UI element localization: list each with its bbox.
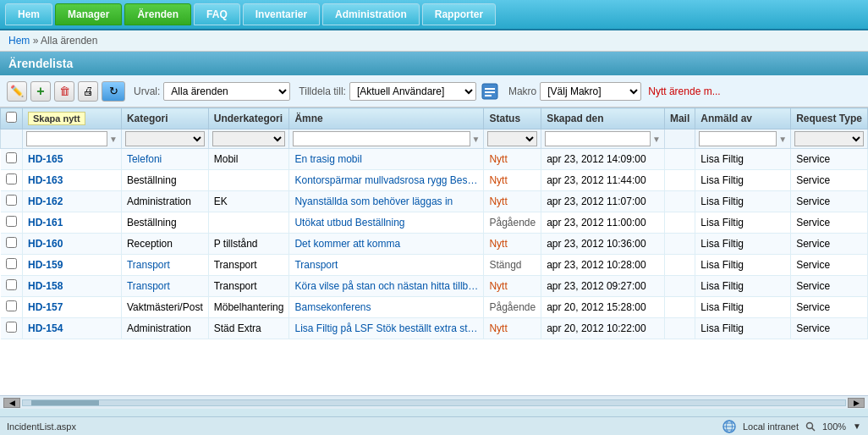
filter-anmald-funnel[interactable]: ▼ (778, 135, 787, 144)
filter-amne-input[interactable] (293, 131, 470, 146)
scroll-left-btn[interactable]: ◀ (3, 398, 20, 408)
row-amne[interactable]: Lisa Filtig på LSF Stök beställt extra s… (289, 318, 484, 339)
nav-tab-inventarier[interactable]: Inventarier (243, 3, 320, 25)
filter-amne-funnel[interactable]: ▼ (472, 135, 481, 144)
filter-request-type-select[interactable] (794, 131, 864, 146)
row-checkbox-6[interactable] (6, 279, 17, 290)
filter-anmald-input[interactable] (699, 131, 777, 146)
scroll-right-btn[interactable]: ▶ (848, 398, 865, 408)
row-kategori[interactable]: Administration (121, 318, 208, 339)
edit-button[interactable]: ✏️ (7, 81, 27, 102)
row-anmald: Lisa Filtig (695, 276, 791, 297)
filter-id-input[interactable] (26, 131, 107, 146)
table-row: HD-165 Telefoni Mobil En trasig mobil Ny… (1, 149, 868, 170)
row-request-type: Service (791, 318, 868, 339)
breadcrumb-home[interactable]: Hem (8, 35, 30, 47)
row-id[interactable]: HD-162 (23, 191, 122, 212)
nav-tab-hem[interactable]: Hem (5, 3, 52, 25)
row-anmald: Lisa Filtig (695, 170, 791, 191)
makro-select[interactable]: [Välj Makro] (540, 82, 641, 101)
row-checkbox-4[interactable] (6, 237, 17, 248)
row-kategori[interactable]: Administration (121, 191, 208, 212)
row-underkategori (208, 170, 289, 191)
nytt-arende-link[interactable]: Nytt ärende m... (648, 85, 720, 97)
row-kategori[interactable]: Reception (121, 234, 208, 255)
filter-skapad-funnel[interactable]: ▼ (652, 135, 661, 144)
row-request-type: Service (791, 212, 868, 234)
row-status: Nytt (484, 276, 541, 297)
row-id[interactable]: HD-165 (23, 149, 122, 170)
urval-select[interactable]: Alla ärenden (163, 82, 290, 101)
svg-rect-3 (485, 95, 492, 96)
row-amne[interactable]: En trasig mobil (289, 149, 484, 170)
row-kategori[interactable]: Beställning (121, 212, 208, 234)
row-kategori[interactable]: Telefoni (121, 149, 208, 170)
row-id[interactable]: HD-157 (23, 297, 122, 318)
nav-tab-faq[interactable]: FAQ (194, 3, 240, 25)
table-filter-row: ▼ ▼ (1, 129, 868, 149)
row-checkbox-1[interactable] (6, 173, 17, 184)
delete-button[interactable]: 🗑 (54, 81, 74, 102)
nav-tab-arenden[interactable]: Ärenden (124, 3, 191, 25)
col-amne: Ämne (289, 108, 484, 129)
row-checkbox-cell (1, 255, 23, 276)
row-checkbox-5[interactable] (6, 258, 17, 269)
row-checkbox-7[interactable] (6, 300, 17, 311)
makro-label: Makro (508, 85, 536, 97)
row-id[interactable]: HD-161 (23, 212, 122, 234)
select-all-checkbox[interactable] (6, 112, 17, 123)
row-kategori[interactable]: Vaktmästeri/Post (121, 297, 208, 318)
print-button[interactable]: 🖨 (78, 81, 98, 102)
status-left: IncidentList.aspx (7, 421, 76, 432)
row-skapad: apr 20, 2012 10:22:00 (541, 318, 665, 339)
filter-status-select[interactable] (487, 131, 537, 146)
skapa-nytt-btn[interactable]: Skapa nytt (28, 112, 85, 125)
col-checkbox (1, 108, 23, 129)
add-button[interactable]: + (30, 81, 51, 102)
col-mail: Mail (664, 108, 695, 129)
row-amne[interactable]: Transport (289, 255, 484, 276)
hscroll-thumb[interactable] (31, 400, 99, 405)
row-amne[interactable]: Det kommer att komma (289, 234, 484, 255)
row-skapad: apr 23, 2012 11:07:00 (541, 191, 665, 212)
filter-kategori-select[interactable] (125, 131, 205, 146)
filter-underkategori (208, 129, 289, 149)
macro-icon[interactable] (480, 81, 500, 102)
row-id[interactable]: HD-159 (23, 255, 122, 276)
nav-tab-manager[interactable]: Manager (55, 3, 122, 25)
row-status: Pågående (484, 212, 541, 234)
table-row: HD-157 Vaktmästeri/Post Möbelhantering B… (1, 297, 868, 318)
nav-tab-rapporter[interactable]: Rapporter (422, 3, 496, 25)
row-checkbox-cell (1, 212, 23, 234)
row-request-type: Service (791, 297, 868, 318)
row-amne[interactable]: Utökat utbud Beställning (289, 212, 484, 234)
row-id[interactable]: HD-154 (23, 318, 122, 339)
row-id[interactable]: HD-163 (23, 170, 122, 191)
row-amne[interactable]: Nyanställda som behöver läggas in (289, 191, 484, 212)
row-underkategori: Transport (208, 276, 289, 297)
table-row: HD-162 Administration EK Nyanställda som… (1, 191, 868, 212)
nav-tab-administration[interactable]: Administration (322, 3, 420, 25)
row-amne[interactable]: Kontorspärmar mullvadsrosa rygg Beställn… (289, 170, 484, 191)
row-id[interactable]: HD-158 (23, 276, 122, 297)
row-checkbox-0[interactable] (6, 152, 17, 163)
row-request-type: Service (791, 255, 868, 276)
filter-underkategori-select[interactable] (212, 131, 286, 146)
row-checkbox-2[interactable] (6, 195, 17, 206)
row-id[interactable]: HD-160 (23, 234, 122, 255)
row-amne[interactable]: Köra vilse på stan och nästan hitta till… (289, 276, 484, 297)
row-kategori[interactable]: Beställning (121, 170, 208, 191)
row-checkbox-3[interactable] (6, 216, 17, 227)
row-checkbox-cell (1, 170, 23, 191)
row-kategori[interactable]: Transport (121, 276, 208, 297)
row-checkbox-8[interactable] (6, 322, 17, 333)
row-skapad: apr 23, 2012 09:27:00 (541, 276, 665, 297)
row-underkategori: P tillstånd (208, 234, 289, 255)
filter-skapad-input[interactable] (545, 131, 651, 146)
row-amne[interactable]: Bamsekonferens (289, 297, 484, 318)
zoom-menu-btn[interactable]: ▼ (853, 421, 861, 431)
row-kategori[interactable]: Transport (121, 255, 208, 276)
tilldela-select[interactable]: [Aktuell Användare] (349, 82, 476, 101)
filter-id-funnel[interactable]: ▼ (109, 135, 118, 144)
refresh-button[interactable]: ↻ (102, 81, 125, 102)
